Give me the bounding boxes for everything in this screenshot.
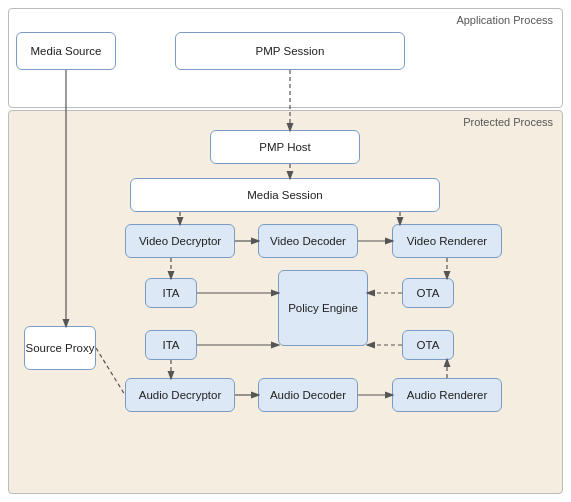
pmp-host-box: PMP Host	[210, 130, 360, 164]
policy-engine-box: Policy Engine	[278, 270, 368, 346]
video-decoder-box: Video Decoder	[258, 224, 358, 258]
ota-bottom-box: OTA	[402, 330, 454, 360]
video-renderer-box: Video Renderer	[392, 224, 502, 258]
media-source-box: Media Source	[16, 32, 116, 70]
source-proxy-box: Source Proxy	[24, 326, 96, 370]
ita-top-box: ITA	[145, 278, 197, 308]
protected-process-label: Protected Process	[463, 116, 553, 128]
audio-decoder-box: Audio Decoder	[258, 378, 358, 412]
media-session-box: Media Session	[130, 178, 440, 212]
app-process-label: Application Process	[456, 14, 553, 26]
audio-decryptor-box: Audio Decryptor	[125, 378, 235, 412]
ota-top-box: OTA	[402, 278, 454, 308]
video-decryptor-box: Video Decryptor	[125, 224, 235, 258]
ita-bottom-box: ITA	[145, 330, 197, 360]
pmp-session-box: PMP Session	[175, 32, 405, 70]
diagram-container: Application Process Protected Process Me…	[0, 0, 571, 502]
audio-renderer-box: Audio Renderer	[392, 378, 502, 412]
